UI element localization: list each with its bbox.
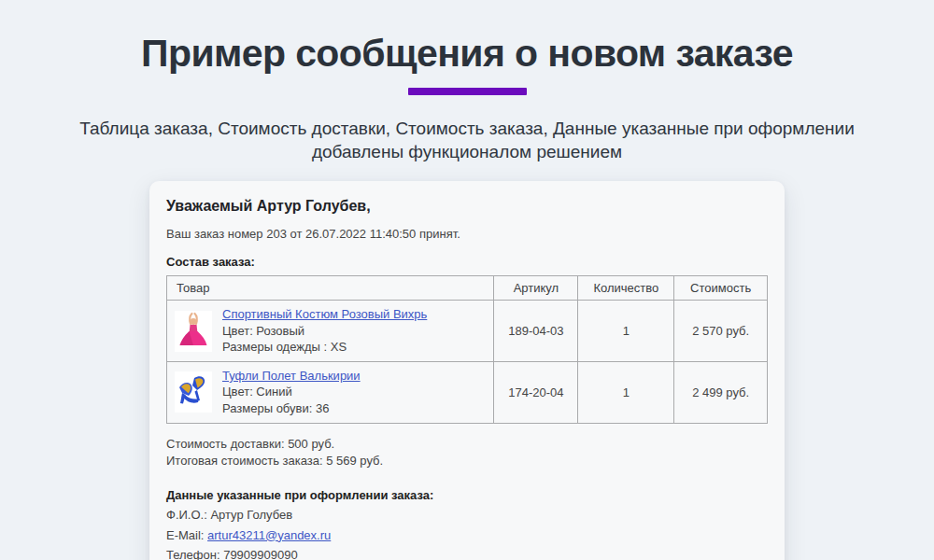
- order-info: Ваш заказ номер 203 от 26.07.2022 11:40:…: [166, 227, 768, 241]
- sku-cell: 189-04-03: [494, 301, 578, 362]
- customer-phone: Телефон: 79909909090: [166, 547, 768, 560]
- accent-divider: [408, 88, 527, 95]
- product-color: Цвет: Розовый: [222, 324, 304, 338]
- product-image-pink-sport-suit: [175, 311, 212, 352]
- price-cell: 2 570 руб.: [674, 301, 768, 362]
- order-table: Товар Артикул Количество Стоимость: [166, 275, 768, 423]
- product-color: Цвет: Синий: [222, 385, 292, 399]
- product-image-blue-heels: [175, 371, 212, 413]
- quantity-cell: 1: [578, 361, 674, 423]
- email-card: Уважаемый Артур Голубев, Ваш заказ номер…: [149, 181, 785, 560]
- greeting: Уважаемый Артур Голубев,: [166, 198, 768, 215]
- hero-section: Пример сообщения о новом заказе Таблица …: [0, 0, 934, 163]
- email-link[interactable]: artur43211@yandex.ru: [207, 528, 331, 542]
- table-header-sku: Артикул: [494, 276, 578, 301]
- sku-cell: 174-20-04: [494, 361, 578, 423]
- table-row: Туфли Полет Валькирии Цвет: Синий Размер…: [167, 361, 768, 423]
- delivery-cost: Стоимость доставки: 500 руб.: [166, 436, 768, 453]
- customer-fullname: Ф.И.О.: Артур Голубев: [166, 507, 768, 523]
- price-cell: 2 499 руб.: [674, 361, 768, 423]
- checkout-data-label: Данные указанные при оформлении заказа:: [166, 487, 768, 503]
- order-contents-label: Состав заказа:: [166, 255, 768, 269]
- table-row: Спортивный Костюм Розовый Вихрь Цвет: Ро…: [167, 301, 768, 362]
- page-subtitle: Таблица заказа, Стоимость доставки, Стои…: [37, 117, 897, 163]
- customer-email-row: E-Mail: artur43211@yandex.ru: [166, 527, 768, 543]
- table-header-price: Стоимость: [674, 276, 768, 301]
- product-size: Размеры обуви: 36: [222, 401, 329, 415]
- product-size: Размеры одежды : XS: [222, 340, 347, 354]
- table-header-row: Товар Артикул Количество Стоимость: [167, 276, 768, 301]
- table-header-quantity: Количество: [578, 276, 674, 301]
- email-label: E-Mail:: [166, 528, 207, 542]
- page-title: Пример сообщения о новом заказе: [0, 32, 934, 76]
- table-header-product: Товар: [167, 276, 494, 301]
- product-link[interactable]: Спортивный Костюм Розовый Вихрь: [222, 307, 427, 321]
- product-link[interactable]: Туфли Полет Валькирии: [222, 369, 361, 383]
- quantity-cell: 1: [578, 301, 674, 362]
- total-cost: Итоговая стоимость заказа: 5 569 руб.: [166, 453, 768, 469]
